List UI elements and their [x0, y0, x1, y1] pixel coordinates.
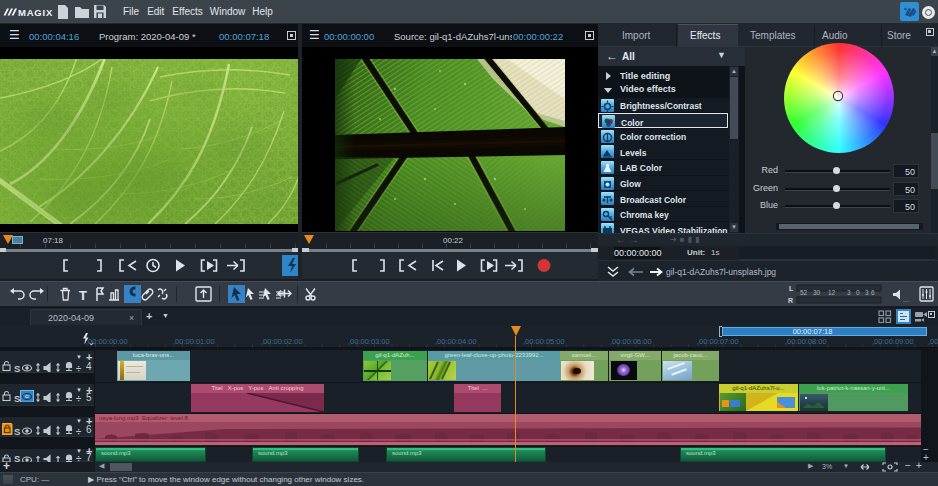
svg-text:T: T	[79, 288, 87, 303]
svg-text:÷: ÷	[76, 426, 81, 436]
svg-text:MAGIX: MAGIX	[18, 7, 53, 18]
svg-text:30: 30	[813, 289, 821, 296]
svg-text:÷: ÷	[76, 454, 81, 462]
svg-text:R: R	[788, 297, 793, 304]
svg-text:6: 6	[871, 289, 875, 296]
svg-text:L: L	[789, 285, 794, 292]
svg-text:12: 12	[828, 289, 836, 296]
svg-text:...: ...	[903, 296, 909, 303]
svg-text:3: 3	[847, 289, 851, 296]
svg-text:÷: ÷	[76, 363, 81, 373]
svg-text:S: S	[14, 454, 20, 462]
svg-text:S: S	[14, 426, 20, 436]
svg-text:0: 0	[856, 289, 860, 296]
svg-text:S: S	[14, 363, 20, 373]
svg-text:3: 3	[865, 289, 869, 296]
svg-text:52: 52	[800, 289, 808, 296]
svg-text:S: S	[14, 393, 20, 403]
svg-text:÷: ÷	[76, 393, 81, 403]
